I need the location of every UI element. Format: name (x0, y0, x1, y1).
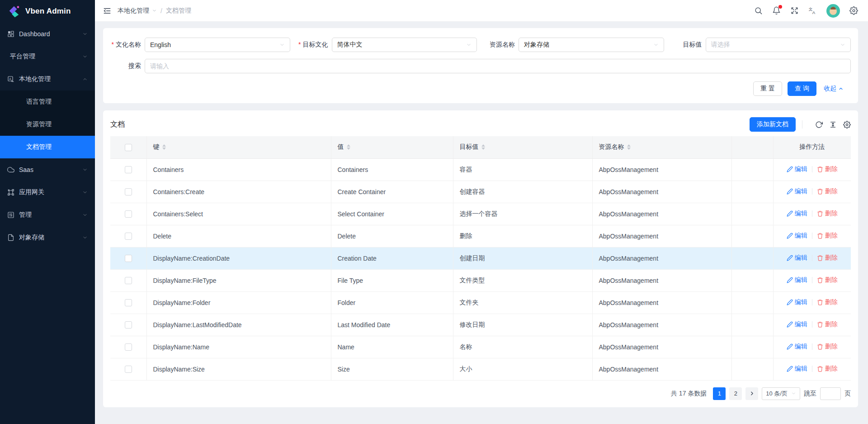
menu-fold-icon (103, 7, 111, 15)
panel-title: 文档 (110, 120, 125, 129)
sort-icon[interactable] (347, 144, 350, 150)
row-checkbox[interactable] (125, 210, 132, 218)
edit-label: 编辑 (795, 232, 807, 240)
delete-label: 删除 (825, 365, 838, 373)
sidebar-item-localization[interactable]: 本地化管理 (0, 68, 95, 91)
delete-button[interactable]: 删除 (817, 165, 838, 173)
fullscreen-button[interactable] (790, 6, 799, 15)
row-checkbox[interactable] (125, 188, 132, 195)
edit-button[interactable]: 编辑 (787, 365, 807, 373)
table-row: DisplayName:Folder Folder 文件夹 AbpOssMana… (110, 291, 851, 314)
sidebar-item-document-management[interactable]: 文档管理 (0, 136, 95, 158)
delete-button[interactable]: 删除 (817, 298, 838, 306)
language-button[interactable] (808, 6, 817, 15)
delete-button[interactable]: 删除 (817, 320, 838, 329)
edit-button[interactable]: 编辑 (787, 343, 807, 351)
sidebar-item-label: 本地化管理 (19, 75, 78, 83)
row-checkbox[interactable] (125, 277, 132, 284)
target-value-select[interactable]: 请选择 (706, 38, 851, 52)
edit-button[interactable]: 编辑 (787, 276, 807, 284)
breadcrumb-section[interactable]: 本地化管理 (118, 7, 149, 15)
page-button-2[interactable]: 2 (729, 387, 742, 400)
edit-button[interactable]: 编辑 (787, 320, 807, 329)
gear-icon (843, 121, 851, 129)
app-logo[interactable]: Vben Admin (0, 0, 95, 23)
add-document-button[interactable]: 添加新文档 (750, 117, 796, 132)
delete-button[interactable]: 删除 (817, 365, 838, 373)
pencil-icon (787, 343, 793, 350)
delete-button[interactable]: 删除 (817, 187, 838, 195)
sidebar-item-platform[interactable]: 平台管理 (0, 45, 95, 68)
cell-target-value: 容器 (453, 158, 592, 181)
avatar[interactable] (826, 4, 840, 18)
search-input[interactable] (150, 62, 845, 70)
jump-to-input[interactable] (820, 387, 841, 400)
edit-button[interactable]: 编辑 (787, 165, 807, 173)
column-header-resource[interactable]: 资源名称 (592, 136, 731, 158)
settings-button[interactable] (849, 6, 858, 15)
page-size-select[interactable]: 10 条/页 (762, 387, 800, 400)
next-page-button[interactable] (745, 387, 758, 400)
row-checkbox[interactable] (125, 321, 132, 329)
sidebar-item-gateway[interactable]: 应用网关 (0, 181, 95, 204)
refresh-button[interactable] (815, 121, 823, 129)
row-checkbox[interactable] (125, 255, 132, 262)
cell-value: Creation Date (331, 247, 453, 269)
query-button[interactable]: 查 询 (788, 81, 816, 96)
sidebar-item-resource-management[interactable]: 资源管理 (0, 113, 95, 136)
row-checkbox[interactable] (125, 343, 132, 351)
row-height-button[interactable] (829, 121, 837, 129)
row-checkbox[interactable] (125, 366, 132, 373)
cell-target-value: 修改日期 (453, 314, 592, 336)
trash-icon (817, 366, 823, 372)
sidebar-item-saas[interactable]: Saas (0, 158, 95, 181)
cell-empty (731, 336, 773, 358)
culture-select[interactable]: English (145, 38, 290, 52)
reset-button[interactable]: 重 置 (753, 81, 782, 96)
row-checkbox[interactable] (125, 233, 132, 240)
logo-icon (7, 5, 21, 18)
sidebar-collapse-button[interactable] (103, 7, 111, 15)
cell-key: Containers:Create (146, 181, 331, 203)
edit-button[interactable]: 编辑 (787, 187, 807, 195)
sort-icon[interactable] (162, 144, 166, 150)
delete-button[interactable]: 删除 (817, 343, 838, 351)
delete-button[interactable]: 删除 (817, 232, 838, 240)
sidebar-item-management[interactable]: 管理 (0, 204, 95, 226)
resource-name-select[interactable]: 对象存储 (519, 38, 664, 52)
sort-icon[interactable] (627, 144, 631, 150)
sidebar-item-language-management[interactable]: 语言管理 (0, 91, 95, 113)
search-button[interactable] (754, 6, 763, 15)
column-header-value[interactable]: 值 (331, 136, 453, 158)
trash-icon (817, 321, 823, 328)
row-checkbox[interactable] (125, 166, 132, 173)
delete-button[interactable]: 删除 (817, 210, 838, 218)
delete-button[interactable]: 删除 (817, 276, 838, 284)
delete-button[interactable]: 删除 (817, 254, 838, 262)
notifications-button[interactable] (772, 6, 781, 15)
table-row: DisplayName:LastModifiedDate Last Modifi… (110, 314, 851, 336)
chevron-down-icon (82, 167, 88, 172)
column-header-target[interactable]: 目标值 (453, 136, 592, 158)
column-header-key[interactable]: 键 (146, 136, 331, 158)
collapse-filter-link[interactable]: 收起 (824, 85, 844, 93)
sidebar-item-dashboard[interactable]: Dashboard (0, 23, 95, 45)
action-divider (812, 366, 812, 372)
pencil-icon (787, 166, 793, 172)
edit-button[interactable]: 编辑 (787, 232, 807, 240)
select-all-checkbox[interactable] (125, 144, 132, 151)
table-settings-button[interactable] (843, 121, 851, 129)
cell-key: Containers:Select (146, 203, 331, 225)
page-button-1[interactable]: 1 (713, 387, 726, 400)
row-checkbox[interactable] (125, 299, 132, 306)
edit-button[interactable]: 编辑 (787, 210, 807, 218)
sort-icon[interactable] (481, 144, 485, 150)
cell-value: Create Container (331, 181, 453, 203)
target-culture-select[interactable]: 简体中文 (332, 38, 477, 52)
edit-button[interactable]: 编辑 (787, 254, 807, 262)
sidebar-item-object-storage[interactable]: 对象存储 (0, 226, 95, 249)
cell-key: Containers (146, 158, 331, 181)
edit-button[interactable]: 编辑 (787, 298, 807, 306)
edit-label: 编辑 (795, 254, 807, 262)
gateway-icon (7, 189, 14, 196)
